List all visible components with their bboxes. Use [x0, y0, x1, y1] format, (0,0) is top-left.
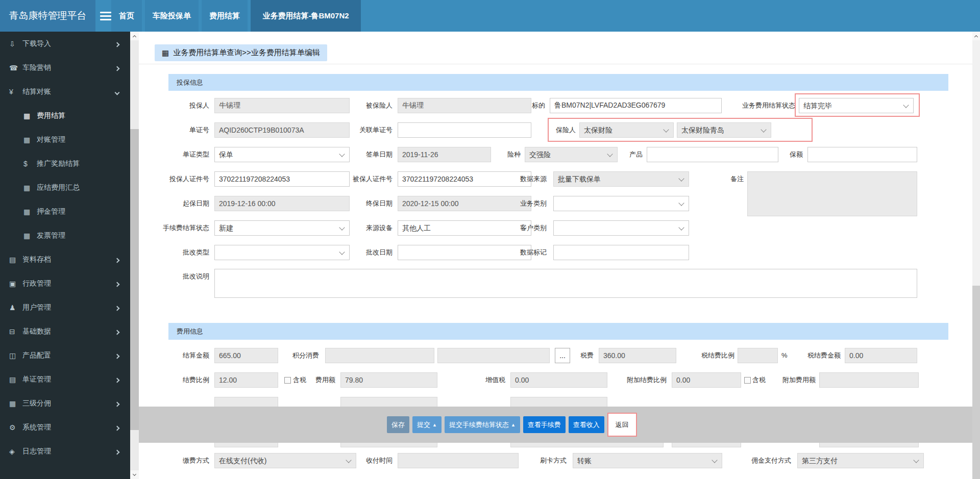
- sidebar-scrollbar: [130, 32, 139, 479]
- remark-textarea: [747, 171, 917, 216]
- endorse-type-label: 批改类型: [149, 245, 209, 260]
- commission-pay-method-label: 佣金支付方式: [735, 453, 791, 468]
- insurer-label: 保险人: [525, 122, 576, 138]
- sidebar-item-reconcile-mgmt[interactable]: ▦对账管理: [0, 128, 130, 152]
- sidebar-item-download-import[interactable]: ⇩下载导入: [0, 32, 130, 56]
- gear-icon: ⚙: [9, 423, 22, 432]
- data-source-label: 数据来源: [496, 171, 547, 187]
- data-mark-input[interactable]: [553, 245, 689, 260]
- sidebar-item-deposit-mgmt[interactable]: ▦押金管理: [0, 199, 130, 223]
- top-navbar: 青岛康特管理平台 首页 车险投保单 费用结算 业务费用结算-鲁BM07N2 41…: [0, 0, 980, 32]
- points-consume-input-1: [325, 348, 434, 363]
- extra-fee-amount-label: 附加费用额: [775, 372, 816, 388]
- fee-settle-status-select[interactable]: 新建: [214, 220, 350, 236]
- scroll-up-arrow[interactable]: [972, 32, 980, 40]
- extra-fee-amount-input: [819, 372, 919, 388]
- sum-insured-input[interactable]: [807, 147, 917, 162]
- sidebar-item-admin-mgmt[interactable]: ▣行政管理: [0, 271, 130, 295]
- submit-button[interactable]: 提交▲: [412, 416, 442, 433]
- customer-category-label: 客户类别: [496, 220, 547, 236]
- submit-fee-status-button[interactable]: 提交手续费结算状态▲: [445, 416, 520, 433]
- product-input[interactable]: [647, 147, 778, 162]
- subject-input[interactable]: [550, 98, 722, 113]
- hamburger-menu-icon[interactable]: [100, 12, 112, 20]
- customer-category-select[interactable]: [553, 220, 689, 236]
- nav-tab-car-insurance[interactable]: 车险投保单: [145, 0, 199, 32]
- sidebar-item-car-marketing[interactable]: ☎车险营销: [0, 56, 130, 80]
- grid-icon: ▦: [23, 112, 37, 120]
- insurer-company-select: 太保财险: [579, 122, 674, 138]
- settle-ratio-input: [214, 372, 278, 388]
- sidebar-scrollbar-thumb[interactable]: [130, 129, 139, 430]
- insured-id-label: 被保人证件号: [341, 171, 393, 187]
- briefcase-icon: ▣: [9, 280, 22, 288]
- section-header-fee-info: 费用信息: [168, 323, 948, 340]
- sign-date-label: 签单日期: [341, 147, 393, 162]
- grid-icon: ▦: [23, 184, 37, 192]
- sidebar-item-user-mgmt[interactable]: ♟用户管理: [0, 295, 130, 319]
- tax-included-checkbox-2[interactable]: [744, 377, 751, 384]
- biz-category-select[interactable]: [553, 196, 689, 211]
- view-fee-button[interactable]: 查看手续费: [523, 416, 566, 433]
- points-consume-label: 积分消费: [268, 348, 319, 363]
- tax-label: 税费: [553, 348, 594, 363]
- tax-included-checkbox-1[interactable]: [284, 377, 291, 384]
- holder-id-input[interactable]: [214, 171, 350, 187]
- sidebar-item-archive[interactable]: ▤资料存档: [0, 247, 130, 271]
- biz-fee-status-select[interactable]: 结算完毕: [799, 98, 914, 113]
- chevron-right-icon: [115, 447, 119, 456]
- doc-no-input: [214, 122, 350, 138]
- breadcrumb: ▦ 业务费用结算单查询>>业务费用结算单编辑: [155, 44, 327, 61]
- tax-input: [599, 348, 676, 363]
- back-button[interactable]: 返回: [611, 416, 633, 433]
- view-income-button[interactable]: 查看收入: [569, 416, 604, 433]
- action-toolbar: 保存 提交▲ 提交手续费结算状态▲ 查看手续费 查看收入 返回: [139, 407, 972, 443]
- sidebar-item-payable-summary[interactable]: ▦应结费用汇总: [0, 175, 130, 199]
- policy-holder-label: 投保人: [149, 98, 209, 113]
- grid-icon: ▦: [23, 208, 37, 216]
- page-scrollbar-thumb[interactable]: [972, 286, 980, 479]
- vat-label: 增值税: [470, 372, 505, 388]
- doc-type-select[interactable]: 保单: [214, 147, 350, 162]
- dollar-icon: $: [23, 160, 37, 168]
- sidebar-item-fee-settlement[interactable]: ▦费用结算: [0, 104, 130, 128]
- endorse-note-textarea[interactable]: [214, 269, 917, 298]
- grid-icon: ▦: [23, 232, 37, 240]
- scroll-down-arrow[interactable]: [130, 470, 139, 479]
- scroll-up-arrow[interactable]: [130, 32, 139, 40]
- pay-time-label: 收付时间: [341, 453, 393, 468]
- pay-method-label: 缴费方式: [149, 453, 209, 468]
- data-source-select: 批量下载保单: [553, 171, 689, 187]
- breadcrumb-text: 业务费用结算单查询>>业务费用结算单编辑: [173, 48, 320, 58]
- grid-icon: ▦: [9, 399, 22, 408]
- nav-tab-home[interactable]: 首页: [111, 0, 142, 32]
- sidebar-nav: ⇩下载导入 ☎车险营销 ¥结算对账 ▦费用结算 ▦对账管理 $推广奖励结算 ▦应…: [0, 32, 130, 479]
- fee-amount-label: 费用额: [310, 372, 335, 388]
- chevron-right-icon: [115, 399, 119, 408]
- sidebar-item-system-mgmt[interactable]: ⚙系统管理: [0, 415, 130, 439]
- tax-included-label-1: 含税: [293, 372, 310, 388]
- sidebar-item-doc-mgmt[interactable]: ▤单证管理: [0, 367, 130, 391]
- sidebar-item-promo-reward[interactable]: $推广奖励结算: [0, 152, 130, 175]
- sidebar-item-product-config[interactable]: ◫产品配置: [0, 343, 130, 367]
- sidebar-item-three-level-commission[interactable]: ▦三级分佣: [0, 391, 130, 415]
- user-icon: ♟: [9, 304, 22, 312]
- chevron-right-icon: [115, 327, 119, 336]
- vat-input: [510, 372, 607, 388]
- nav-tab-fee-settlement[interactable]: 费用结算: [202, 0, 248, 32]
- endorse-type-select[interactable]: [214, 245, 350, 260]
- chevron-right-icon: [115, 256, 119, 264]
- sidebar-item-log-mgmt[interactable]: ◈日志管理: [0, 439, 130, 463]
- sidebar-item-invoice-mgmt[interactable]: ▦发票管理: [0, 223, 130, 247]
- endorse-note-label: 批改说明: [149, 269, 209, 284]
- fee-amount-input: [340, 372, 437, 388]
- sidebar-item-base-data[interactable]: ⊟基础数据: [0, 319, 130, 343]
- app-logo: 青岛康特管理平台: [0, 0, 95, 32]
- doc-no-label: 单证号: [149, 122, 209, 138]
- related-doc-no-input[interactable]: [398, 122, 531, 138]
- sidebar-item-settlement-reconcile[interactable]: ¥结算对账: [0, 80, 130, 104]
- save-button[interactable]: 保存: [387, 416, 409, 433]
- chevron-right-icon: [115, 304, 119, 312]
- tax-included-label-2: 含税: [752, 372, 770, 388]
- nav-tab-biz-fee-settlement-active[interactable]: 业务费用结算-鲁BM07N2: [251, 0, 361, 32]
